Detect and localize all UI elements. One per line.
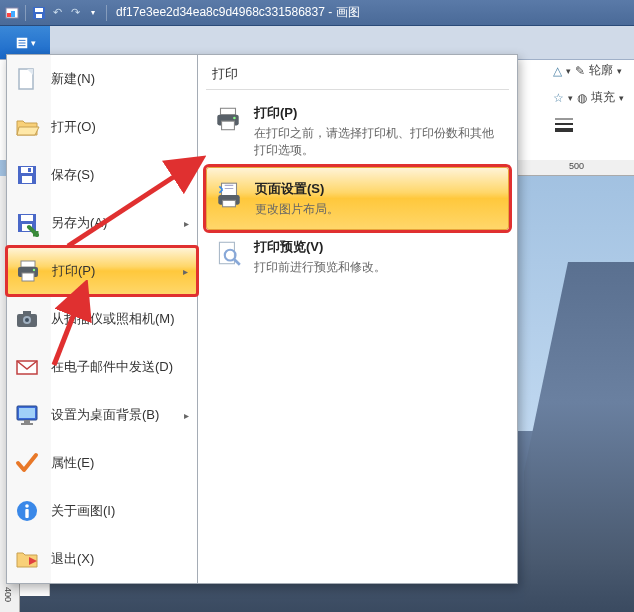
svg-rect-36 bbox=[25, 509, 28, 518]
submenu-item-desc: 更改图片布局。 bbox=[255, 201, 339, 218]
menu-item-properties[interactable]: 属性(E) bbox=[7, 439, 197, 487]
menu-label: 打开(O) bbox=[51, 118, 189, 136]
menu-item-email[interactable]: 在电子邮件中发送(D) bbox=[7, 343, 197, 391]
outline-label: 轮廓 bbox=[589, 62, 613, 79]
qat-dropdown-icon[interactable]: ▾ bbox=[85, 5, 101, 21]
fill-button[interactable]: ☆▾ ◍ 填充▾ bbox=[547, 87, 630, 108]
submenu-item-desc: 打印前进行预览和修改。 bbox=[254, 259, 386, 276]
svg-rect-1 bbox=[7, 13, 11, 17]
menu-item-save[interactable]: 保存(S) bbox=[7, 151, 197, 199]
print-submenu: 打印 打印(P) 在打印之前，请选择打印机、打印份数和其他打印选项。 页面设置(… bbox=[198, 54, 518, 584]
window-title: df17e3ee2d34ea8c9d4968c331586837 - 画图 bbox=[116, 4, 360, 21]
svg-rect-31 bbox=[19, 408, 35, 418]
pencil-icon: ✎ bbox=[575, 64, 585, 78]
redo-icon[interactable]: ↷ bbox=[67, 5, 83, 21]
submenu-item-title: 打印(P) bbox=[254, 104, 503, 122]
size-button[interactable] bbox=[547, 114, 630, 136]
submenu-item-title: 页面设置(S) bbox=[255, 180, 339, 198]
menu-label: 新建(N) bbox=[51, 70, 189, 88]
qat-icons: ↶ ↷ ▾ bbox=[4, 5, 110, 21]
submenu-title: 打印 bbox=[206, 61, 509, 90]
ruler-mark: 400 bbox=[3, 587, 13, 602]
ruler-mark: 500 bbox=[569, 161, 584, 171]
menu-label: 从扫描仪或照相机(M) bbox=[51, 310, 189, 328]
ribbon-right-group: △▾ ✎ 轮廓▾ ☆▾ ◍ 填充▾ bbox=[547, 60, 630, 136]
save-icon[interactable] bbox=[31, 5, 47, 21]
svg-rect-26 bbox=[23, 311, 31, 315]
menu-label: 另存为(A) bbox=[51, 214, 174, 232]
svg-rect-37 bbox=[221, 108, 236, 114]
menu-label: 退出(X) bbox=[51, 550, 189, 568]
menu-label: 打印(P) bbox=[52, 262, 173, 280]
open-icon bbox=[13, 113, 41, 141]
svg-point-24 bbox=[33, 269, 35, 271]
submenu-item-title: 打印预览(V) bbox=[254, 238, 386, 256]
printer-icon bbox=[212, 104, 244, 159]
chevron-right-icon: ▸ bbox=[183, 266, 188, 277]
svg-rect-23 bbox=[22, 273, 34, 281]
svg-rect-19 bbox=[21, 215, 33, 221]
submenu-item-desc: 在打印之前，请选择打印机、打印份数和其他打印选项。 bbox=[254, 125, 503, 159]
new-icon bbox=[13, 65, 41, 93]
menu-item-exit[interactable]: 退出(X) bbox=[7, 535, 197, 583]
svg-rect-17 bbox=[28, 168, 31, 172]
menu-item-print[interactable]: 打印(P) ▸ bbox=[7, 247, 197, 295]
saveas-icon bbox=[13, 209, 41, 237]
svg-rect-15 bbox=[21, 167, 33, 173]
star-icon: ☆ bbox=[553, 91, 564, 105]
page-setup-icon bbox=[213, 180, 245, 218]
svg-rect-43 bbox=[223, 200, 236, 206]
menu-item-about[interactable]: 关于画图(I) bbox=[7, 487, 197, 535]
menu-label: 在电子邮件中发送(D) bbox=[51, 358, 189, 376]
svg-rect-2 bbox=[11, 11, 15, 17]
svg-point-35 bbox=[25, 504, 29, 508]
submenu-item-print[interactable]: 打印(P) 在打印之前，请选择打印机、打印份数和其他打印选项。 bbox=[206, 96, 509, 167]
app-icon bbox=[4, 5, 20, 21]
menu-item-desktop[interactable]: 设置为桌面背景(B) ▸ bbox=[7, 391, 197, 439]
svg-rect-21 bbox=[21, 261, 35, 267]
file-menu-dropdown: 新建(N) 打开(O) 保存(S) 另存为(A) ▸ 打印(P) bbox=[6, 54, 518, 584]
svg-rect-5 bbox=[36, 14, 42, 18]
svg-rect-32 bbox=[24, 420, 30, 423]
file-tab-icon: ▾ bbox=[15, 36, 36, 50]
exit-icon bbox=[13, 545, 41, 573]
chevron-right-icon: ▸ bbox=[184, 410, 189, 421]
printer-icon bbox=[14, 257, 42, 285]
preview-icon bbox=[212, 238, 244, 276]
camera-icon bbox=[13, 305, 41, 333]
svg-point-40 bbox=[233, 117, 236, 120]
submenu-item-pagesetup[interactable]: 页面设置(S) 更改图片布局。 bbox=[206, 167, 509, 231]
titlebar: ↶ ↷ ▾ df17e3ee2d34ea8c9d4968c331586837 -… bbox=[0, 0, 634, 26]
menu-column: 新建(N) 打开(O) 保存(S) 另存为(A) ▸ 打印(P) bbox=[6, 54, 198, 584]
svg-point-28 bbox=[25, 318, 29, 322]
undo-icon[interactable]: ↶ bbox=[49, 5, 65, 21]
svg-rect-33 bbox=[21, 423, 33, 425]
outline-button[interactable]: △▾ ✎ 轮廓▾ bbox=[547, 60, 630, 81]
fill-label: 填充 bbox=[591, 89, 615, 106]
triangle-icon: △ bbox=[553, 64, 562, 78]
menu-label: 保存(S) bbox=[51, 166, 189, 184]
chevron-right-icon: ▸ bbox=[184, 218, 189, 229]
menu-label: 属性(E) bbox=[51, 454, 189, 472]
bucket-icon: ◍ bbox=[577, 91, 587, 105]
check-icon bbox=[13, 449, 41, 477]
menu-label: 设置为桌面背景(B) bbox=[51, 406, 174, 424]
menu-item-saveas[interactable]: 另存为(A) ▸ bbox=[7, 199, 197, 247]
info-icon bbox=[13, 497, 41, 525]
menu-item-new[interactable]: 新建(N) bbox=[7, 55, 197, 103]
svg-line-46 bbox=[234, 260, 239, 265]
svg-rect-16 bbox=[22, 176, 32, 183]
svg-rect-39 bbox=[222, 121, 235, 130]
menu-item-scanner[interactable]: 从扫描仪或照相机(M) bbox=[7, 295, 197, 343]
save-icon bbox=[13, 161, 41, 189]
svg-rect-4 bbox=[35, 8, 43, 12]
menu-label: 关于画图(I) bbox=[51, 502, 189, 520]
email-icon bbox=[13, 353, 41, 381]
submenu-item-preview[interactable]: 打印预览(V) 打印前进行预览和修改。 bbox=[206, 230, 509, 284]
menu-item-open[interactable]: 打开(O) bbox=[7, 103, 197, 151]
desktop-icon bbox=[13, 401, 41, 429]
